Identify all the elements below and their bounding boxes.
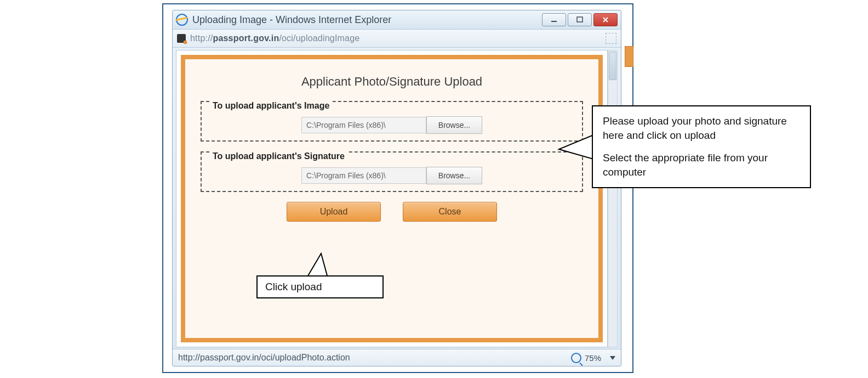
magnifier-icon [571, 353, 581, 363]
url-path: /oci/uploadingImage [279, 33, 359, 43]
upload-button[interactable]: Upload [287, 202, 381, 222]
signature-browse-button[interactable]: Browse... [426, 167, 482, 184]
minimize-icon [550, 16, 558, 24]
close-icon [602, 16, 609, 24]
zoom-control[interactable]: 75% [571, 353, 615, 363]
site-favicon-icon [177, 34, 186, 43]
signature-file-path-display[interactable]: C:\Program Files (x86)\ [301, 167, 426, 184]
document-frame: Uploading Image - Windows Internet Explo… [162, 3, 633, 373]
background-tab-strip [625, 46, 633, 67]
upload-hint-text: Click upload [265, 281, 322, 292]
image-file-path-display[interactable]: C:\Program Files (x86)\ [301, 117, 426, 133]
signature-upload-legend: To upload applicant's Signature [209, 151, 348, 161]
address-bar[interactable]: http://passport.gov.in/oci/uploadingImag… [173, 30, 621, 48]
window-controls [542, 13, 618, 26]
page-viewport: Applicant Photo/Signature Upload To uplo… [176, 50, 608, 347]
ie-logo-icon [176, 14, 188, 26]
svg-rect-0 [551, 21, 557, 22]
page-content: Applicant Photo/Signature Upload To uplo… [181, 55, 603, 342]
action-buttons-row: Upload Close [185, 202, 598, 222]
svg-rect-1 [577, 17, 583, 22]
url-prefix: http:// [190, 33, 213, 43]
signature-file-row: C:\Program Files (x86)\ Browse... [209, 167, 574, 184]
close-button[interactable]: Close [403, 202, 497, 222]
chevron-down-icon [610, 356, 615, 360]
image-browse-button[interactable]: Browse... [426, 116, 482, 134]
window-title: Uploading Image - Windows Internet Explo… [192, 14, 391, 26]
address-url: http://passport.gov.in/oci/uploadingImag… [190, 33, 359, 43]
image-file-row: C:\Program Files (x86)\ Browse... [209, 116, 574, 134]
stage: Uploading Image - Windows Internet Explo… [0, 0, 868, 378]
signature-upload-fieldset: To upload applicant's Signature C:\Progr… [201, 151, 583, 192]
status-text: http://passport.gov.in/oci/uploadPhoto.a… [178, 353, 350, 363]
instruction-callout: Please upload your photo and signature h… [592, 105, 811, 188]
vertical-scrollbar[interactable] [608, 50, 618, 347]
instruction-callout-p1: Please upload your photo and signature h… [603, 114, 800, 142]
image-upload-legend: To upload applicant's Image [209, 101, 333, 111]
zoom-value: 75% [585, 353, 601, 363]
page-heading: Applicant Photo/Signature Upload [185, 75, 598, 89]
compat-view-icon[interactable] [606, 33, 616, 44]
instruction-callout-p2: Select the appropriate file from your co… [603, 151, 800, 179]
upload-hint-callout: Click upload [256, 275, 384, 298]
image-upload-fieldset: To upload applicant's Image C:\Program F… [201, 101, 583, 142]
window-close-button[interactable] [593, 13, 618, 26]
url-host: passport.gov.in [213, 33, 279, 43]
status-bar: http://passport.gov.in/oci/uploadPhoto.a… [173, 349, 621, 366]
browser-window: Uploading Image - Windows Internet Explo… [172, 10, 621, 366]
titlebar: Uploading Image - Windows Internet Explo… [173, 10, 621, 30]
minimize-button[interactable] [542, 13, 566, 26]
maximize-button[interactable] [568, 13, 592, 26]
maximize-icon [576, 16, 584, 24]
scrollbar-thumb[interactable] [609, 52, 616, 80]
